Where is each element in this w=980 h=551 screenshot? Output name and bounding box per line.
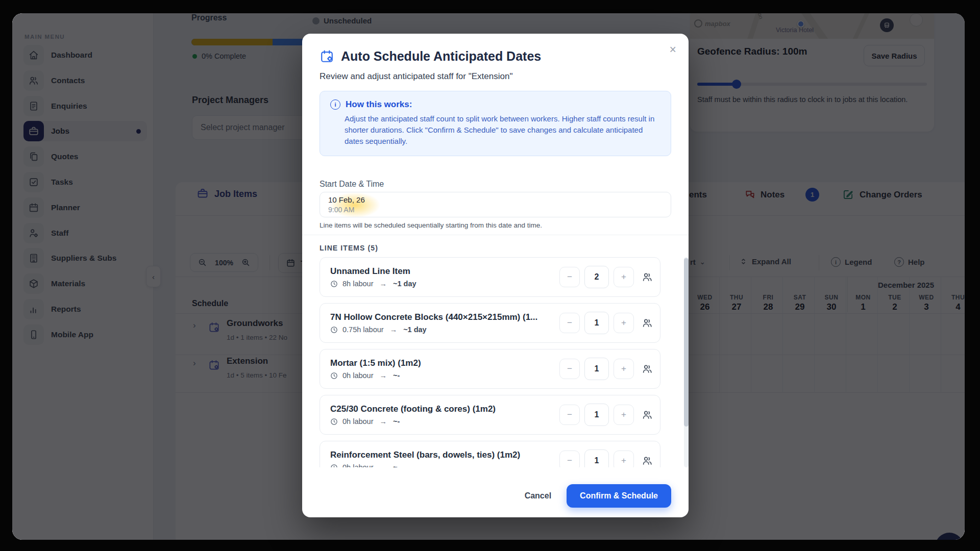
decrement-staff-button[interactable]: − — [559, 267, 580, 287]
line-items-heading: LINE ITEMS (5) — [320, 244, 378, 252]
increment-staff-button[interactable]: + — [614, 313, 634, 333]
labour-hours: 8h labour — [342, 280, 373, 288]
staff-count[interactable]: 2 — [584, 266, 609, 288]
increment-staff-button[interactable]: + — [614, 450, 634, 467]
line-item-title: C25/30 Concrete (footing & cores) (1m2) — [330, 404, 496, 414]
scrollbar[interactable] — [684, 257, 689, 467]
scrollbar-thumb[interactable] — [684, 258, 689, 427]
staff-count[interactable]: 1 — [584, 404, 609, 426]
callout-body: Adjust the anticipated staff count to sp… — [345, 113, 656, 147]
increment-staff-button[interactable]: + — [614, 405, 634, 425]
staff-icon[interactable] — [642, 317, 653, 329]
staff-count[interactable]: 1 — [584, 312, 609, 334]
start-time-value: 9:00 AM — [328, 205, 663, 215]
increment-staff-button[interactable]: + — [614, 359, 634, 379]
line-item-title: Reinforcement Steel (bars, dowels, ties)… — [330, 450, 520, 460]
modal-subtitle: Review and adjust anticipated staff for … — [320, 71, 512, 82]
line-item-title: Unnamed Line Item — [330, 266, 416, 277]
labour-hours: 0h labour — [342, 463, 373, 467]
line-item-row: C25/30 Concrete (footing & cores) (1m2) … — [320, 395, 660, 435]
clock-icon — [330, 372, 338, 380]
confirm-schedule-label: Confirm & Schedule — [580, 491, 658, 500]
decrement-staff-button[interactable]: − — [559, 313, 580, 333]
info-icon: i — [330, 99, 340, 110]
calendar-gear-icon — [320, 49, 334, 64]
arrow-icon: → — [390, 325, 398, 334]
arrow-icon: → — [379, 280, 387, 288]
duration: ~- — [393, 463, 400, 467]
increment-staff-button[interactable]: + — [614, 267, 634, 287]
decrement-staff-button[interactable]: − — [559, 450, 580, 467]
line-item-title: Mortar (1:5 mix) (1m2) — [330, 358, 421, 368]
clock-icon — [330, 464, 338, 468]
duration: ~1 day — [393, 280, 416, 288]
start-date-label: Start Date & Time — [320, 180, 384, 189]
labour-hours: 0.75h labour — [342, 325, 384, 334]
staff-icon[interactable] — [642, 455, 653, 466]
duration: ~1 day — [403, 325, 427, 334]
staff-icon[interactable] — [642, 363, 653, 374]
auto-schedule-modal: × Auto Schedule Anticipated Dates Review… — [302, 34, 689, 517]
start-date-helper: Line items will be scheduled sequentiall… — [320, 221, 542, 229]
line-item-row: Unnamed Line Item 8h labour → ~1 day − 2… — [320, 257, 660, 297]
staff-icon[interactable] — [642, 409, 653, 420]
staff-icon[interactable] — [642, 271, 653, 283]
screen: MAIN MENU Dashboard Contacts Enquiries J… — [0, 0, 980, 551]
close-icon[interactable]: × — [670, 44, 676, 56]
duration: ~- — [393, 371, 400, 380]
modal-divider — [302, 235, 689, 235]
start-date-value: 10 Feb, 26 — [328, 195, 663, 205]
arrow-icon: → — [379, 371, 387, 380]
decrement-staff-button[interactable]: − — [559, 359, 580, 379]
modal-title: Auto Schedule Anticipated Dates — [341, 49, 541, 64]
line-item-row: Reinforcement Steel (bars, dowels, ties)… — [320, 441, 660, 467]
labour-hours: 0h labour — [342, 417, 373, 425]
arrow-icon: → — [379, 417, 387, 425]
clock-icon — [330, 326, 338, 334]
arrow-icon: → — [379, 463, 387, 467]
line-item-title: 7N Hollow Concrete Blocks (440×215×215mm… — [330, 312, 537, 322]
line-items-list[interactable]: Unnamed Line Item 8h labour → ~1 day − 2… — [320, 257, 671, 467]
labour-hours: 0h labour — [342, 371, 373, 380]
start-date-input[interactable]: 10 Feb, 26 9:00 AM — [320, 192, 671, 217]
line-item-row: Mortar (1:5 mix) (1m2) 0h labour → ~- − … — [320, 349, 660, 389]
line-item-row: 7N Hollow Concrete Blocks (440×215×215mm… — [320, 303, 660, 343]
callout-heading: How this works: — [346, 99, 412, 110]
staff-count[interactable]: 1 — [584, 449, 609, 467]
staff-count[interactable]: 1 — [584, 358, 609, 380]
clock-icon — [330, 280, 338, 288]
cancel-button[interactable]: Cancel — [525, 491, 551, 500]
decrement-staff-button[interactable]: − — [559, 405, 580, 425]
clock-icon — [330, 418, 338, 425]
duration: ~- — [393, 417, 400, 425]
confirm-schedule-button[interactable]: Confirm & Schedule — [567, 484, 671, 508]
how-this-works-callout: i How this works: Adjust the anticipated… — [320, 91, 671, 156]
